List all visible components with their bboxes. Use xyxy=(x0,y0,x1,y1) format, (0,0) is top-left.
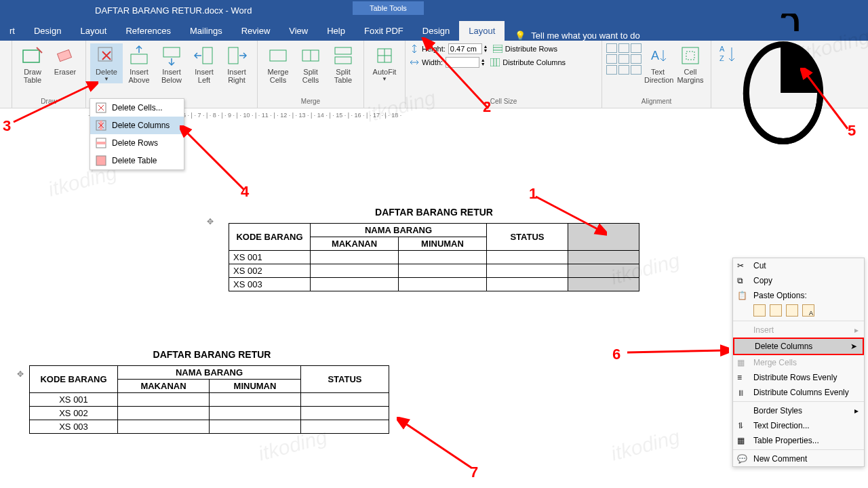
delete-table-icon xyxy=(96,155,106,166)
ctx-new-comment[interactable]: 💬New Comment xyxy=(733,451,864,466)
ctx-delete-columns[interactable]: Delete Columns➤ xyxy=(733,338,864,355)
comment-icon: 💬 xyxy=(737,454,748,465)
svg-rect-6 xyxy=(229,47,238,64)
split-cells-icon xyxy=(300,45,321,66)
draw-table-icon xyxy=(22,45,43,66)
th-nama: NAMA BARANG xyxy=(311,224,487,237)
distribute-cols-button[interactable]: Distribute Columns xyxy=(490,58,566,66)
svg-rect-4 xyxy=(163,47,180,57)
cell-margins-icon xyxy=(679,45,701,66)
tab-foxit[interactable]: Foxit PDF xyxy=(355,21,413,41)
tab-design[interactable]: Design xyxy=(24,21,71,41)
svg-rect-31 xyxy=(96,156,106,165)
paste-opt-2[interactable] xyxy=(770,304,782,317)
delete-columns-item[interactable]: Delete Columns xyxy=(90,117,184,134)
tab-references[interactable]: References xyxy=(116,21,180,41)
svg-rect-10 xyxy=(335,47,351,54)
text-dir-icon: ⥮ xyxy=(737,421,748,432)
alignment-grid[interactable] xyxy=(606,43,642,75)
table-anchor-icon[interactable]: ✥ xyxy=(207,217,214,226)
group-merge: Merge Cells Split Cells Split Table Merg… xyxy=(258,41,364,108)
paste-opt-1[interactable] xyxy=(753,304,766,317)
group-sort: AZ xyxy=(711,41,740,108)
ctx-table-props[interactable]: ▦Table Properties... xyxy=(733,433,864,448)
table-row: XS 003 xyxy=(229,278,639,291)
annotation-2: 2 xyxy=(483,98,491,116)
ctx-insert[interactable]: Insert▸ xyxy=(733,323,864,338)
tab-rt[interactable]: rt xyxy=(0,21,24,41)
insert-left-button[interactable]: Insert Left xyxy=(188,43,220,85)
th-minuman: MINUMAN xyxy=(399,237,487,251)
autofit-icon xyxy=(374,45,395,66)
svg-line-36 xyxy=(536,197,600,230)
insert-above-button[interactable]: Insert Above xyxy=(123,43,155,85)
width-icon xyxy=(410,58,419,67)
doc-title-2: DAFTAR BARANG RETUR xyxy=(17,349,407,360)
data-table-2[interactable]: KODE BARANG NAMA BARANG STATUS MAKANAN M… xyxy=(29,365,389,434)
insert-below-button[interactable]: Insert Below xyxy=(155,43,188,85)
cursor-icon: ➤ xyxy=(850,342,857,351)
draw-table-button[interactable]: Draw Table xyxy=(16,43,49,85)
delete-button[interactable]: Delete ▼ xyxy=(90,43,123,83)
ctx-dist-rows[interactable]: ≡Distribute Rows Evenly xyxy=(733,370,864,385)
lightbulb-icon: 💡 xyxy=(515,30,526,41)
group-autofit: AutoFit ▼ xyxy=(364,41,406,108)
eraser-icon xyxy=(54,45,76,66)
table-row: XS 002 xyxy=(229,264,639,278)
delete-dropdown: Delete Cells... Delete Columns Delete Ro… xyxy=(90,98,184,170)
paste-opt-3[interactable] xyxy=(786,304,798,317)
arrow-6 xyxy=(624,342,729,363)
height-icon xyxy=(410,44,419,54)
paste-opt-4[interactable]: A xyxy=(802,304,814,317)
paste-icon: 📋 xyxy=(737,291,748,302)
insert-below-icon xyxy=(161,45,182,66)
delete-table-item[interactable]: Delete Table xyxy=(90,152,184,169)
svg-rect-7 xyxy=(270,50,286,61)
tab-mailings[interactable]: Mailings xyxy=(180,21,232,41)
svg-rect-5 xyxy=(203,47,212,64)
ctx-paste-label: 📋Paste Options: xyxy=(733,288,864,303)
delete-icon xyxy=(96,45,117,66)
ctx-merge[interactable]: ▦Merge Cells xyxy=(733,355,864,370)
distribute-rows-button[interactable]: Distribute Rows xyxy=(493,45,557,53)
merge-cells-button[interactable]: Merge Cells xyxy=(262,43,294,85)
tab-help[interactable]: Help xyxy=(317,21,355,41)
dist-rows-icon: ≡ xyxy=(737,373,748,384)
svg-rect-30 xyxy=(96,142,106,144)
tab-review[interactable]: Review xyxy=(232,21,280,41)
svg-rect-23 xyxy=(686,52,694,60)
annotation-3: 3 xyxy=(3,117,11,135)
ctx-text-dir[interactable]: ⥮Text Direction... xyxy=(733,418,864,433)
ctx-border[interactable]: Border Styles▸ xyxy=(733,403,864,418)
tab-layout[interactable]: Layout xyxy=(71,21,116,41)
text-direction-button[interactable]: A Text Direction xyxy=(642,43,674,85)
delete-rows-item[interactable]: Delete Rows xyxy=(90,134,184,152)
delete-cells-item[interactable]: Delete Cells... xyxy=(90,99,184,117)
svg-rect-1 xyxy=(57,49,71,61)
th-kode: KODE BARANG xyxy=(229,224,311,251)
paste-options[interactable]: A xyxy=(733,303,864,319)
tab-view[interactable]: View xyxy=(279,21,317,41)
tell-me[interactable]: 💡 Tell me what you want to do xyxy=(515,30,639,41)
insert-right-button[interactable]: Insert Right xyxy=(220,43,253,85)
delete-rows-icon xyxy=(96,138,106,148)
document-page-2: ✥ DAFTAR BARANG RETUR KODE BARANG NAMA B… xyxy=(17,349,407,434)
annotation-6: 6 xyxy=(612,346,620,363)
split-table-icon xyxy=(332,45,354,66)
cell-margins-button[interactable]: Cell Margins xyxy=(674,43,707,85)
annotation-7: 7 xyxy=(470,464,478,481)
context-menu: ✂Cut ⧉Copy 📋Paste Options: A Insert▸ Del… xyxy=(732,258,865,467)
eraser-button[interactable]: Eraser xyxy=(49,43,81,77)
ctx-cut[interactable]: ✂Cut xyxy=(733,258,864,273)
ctx-copy[interactable]: ⧉Copy xyxy=(733,273,864,288)
annotation-5: 5 xyxy=(848,122,856,140)
table-anchor-icon-2[interactable]: ✥ xyxy=(17,369,24,379)
split-table-button[interactable]: Split Table xyxy=(327,43,359,85)
ctx-dist-cols[interactable]: ⫼Distribute Columns Evenly xyxy=(733,385,864,400)
svg-rect-11 xyxy=(335,57,351,64)
table-row: XS 001 xyxy=(30,393,389,407)
split-cells-button[interactable]: Split Cells xyxy=(294,43,327,85)
autofit-button[interactable]: AutoFit ▼ xyxy=(368,43,401,83)
window-title: DAFTAR BARANG RETUR.docx - Word xyxy=(95,5,252,16)
table-props-icon: ▦ xyxy=(737,436,748,447)
